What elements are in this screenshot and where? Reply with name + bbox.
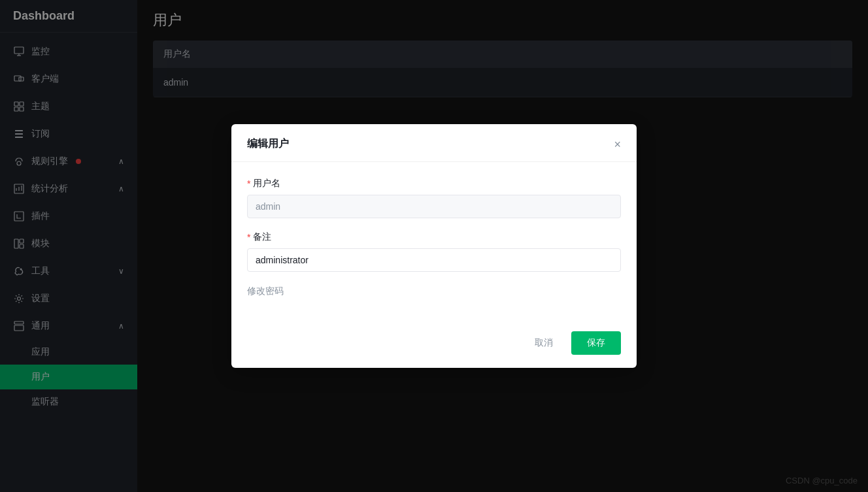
modal-body: * 用户名 * 备注 修改密码 [231,162,637,321]
cancel-button[interactable]: 取消 [524,332,563,354]
remark-required-star: * [247,232,250,242]
close-icon[interactable]: × [614,139,621,150]
edit-user-modal: 编辑用户 × * 用户名 * 备注 修改密码 [231,124,637,368]
modal-title: 编辑用户 [247,137,289,151]
change-password-item: 修改密码 [247,285,621,297]
username-form-item: * 用户名 [247,178,621,218]
modal-footer: 取消 保存 [231,321,637,368]
save-button[interactable]: 保存 [571,331,621,355]
remark-label: * 备注 [247,231,621,243]
remark-form-item: * 备注 [247,231,621,272]
modal-overlay[interactable]: 编辑用户 × * 用户名 * 备注 修改密码 [0,0,868,492]
username-required-star: * [247,178,250,189]
username-input[interactable] [247,195,621,218]
username-label: * 用户名 [247,178,621,189]
change-password-link[interactable]: 修改密码 [247,286,284,296]
modal-header: 编辑用户 × [231,124,637,162]
remark-input[interactable] [247,248,621,272]
